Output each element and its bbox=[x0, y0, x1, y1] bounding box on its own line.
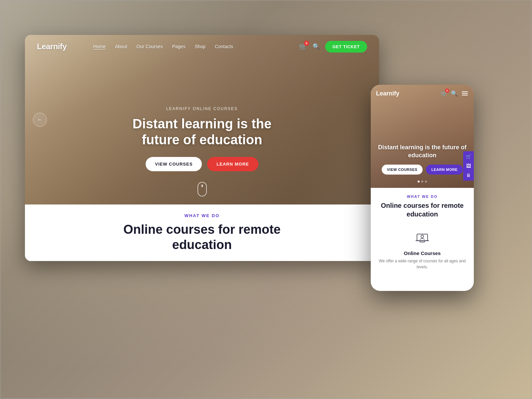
hamburger-line-3 bbox=[462, 95, 468, 95]
hamburger-line-1 bbox=[462, 91, 468, 92]
nav-link-contacts[interactable]: Contacts bbox=[215, 44, 233, 49]
svg-point-1 bbox=[421, 235, 424, 238]
nav-links: Home About Our Courses Pages Shop Contac… bbox=[93, 44, 299, 49]
nav-link-home[interactable]: Home bbox=[93, 44, 105, 49]
side-monitor-icon[interactable]: 🖥 bbox=[466, 173, 471, 178]
nav-actions: 🛒 0 🔍 GET TICKET bbox=[299, 41, 367, 53]
slide-dot-2[interactable] bbox=[421, 181, 423, 183]
mobile-cart-badge: 0 bbox=[445, 88, 449, 93]
nav-cart-wrapper[interactable]: 🛒 0 bbox=[299, 43, 307, 51]
desktop-bottom-section: WHAT WE DO Online courses for remote edu… bbox=[25, 204, 379, 261]
mobile-navigation: Learnify 🛒 0 🔍 bbox=[371, 85, 474, 102]
nav-link-pages[interactable]: Pages bbox=[172, 44, 186, 49]
mobile-course-description: We offer a wide range of courses for all… bbox=[376, 258, 468, 270]
prev-slide-button[interactable]: ← bbox=[33, 113, 47, 127]
get-ticket-button[interactable]: GET TICKET bbox=[325, 41, 367, 53]
scroll-dot bbox=[201, 185, 203, 187]
mobile-learn-more-button[interactable]: LEARN MORE bbox=[426, 165, 463, 175]
hero-eyebrow: LEARNIFY ONLINE COURSES bbox=[119, 106, 285, 111]
slide-dot-1[interactable] bbox=[418, 181, 420, 183]
nav-link-about[interactable]: About bbox=[115, 44, 127, 49]
learn-more-button[interactable]: LEARN MORE bbox=[207, 157, 258, 171]
side-cart-icon[interactable]: 🛒 bbox=[466, 154, 471, 159]
mobile-hero-content: Distant learning is the future of educat… bbox=[376, 144, 468, 175]
nav-link-courses[interactable]: Our Courses bbox=[136, 44, 163, 49]
side-image-icon[interactable]: 🖼 bbox=[466, 163, 471, 169]
online-courses-icon bbox=[414, 230, 430, 246]
desktop-mockup: Learnify Home About Our Courses Pages Sh… bbox=[25, 35, 379, 261]
mobile-hero: Learnify 🛒 0 🔍 Distant learning is the f… bbox=[371, 85, 474, 188]
mobile-bottom-title: Online courses for remote education bbox=[376, 201, 468, 218]
mobile-mockup: Learnify 🛒 0 🔍 Distant learning is the f… bbox=[371, 85, 474, 291]
mobile-menu-button[interactable] bbox=[461, 91, 468, 96]
cart-badge: 0 bbox=[304, 41, 309, 46]
nav-logo: Learnify bbox=[37, 42, 66, 51]
mobile-logo: Learnify bbox=[376, 90, 441, 97]
course-icon-wrapper bbox=[413, 229, 431, 247]
search-icon[interactable]: 🔍 bbox=[313, 43, 320, 50]
desktop-navigation: Learnify Home About Our Courses Pages Sh… bbox=[25, 35, 379, 58]
nav-link-shop[interactable]: Shop bbox=[195, 44, 205, 49]
title-line-1: Online courses for remote bbox=[123, 222, 281, 236]
view-courses-button[interactable]: VIEW COURSES bbox=[146, 157, 202, 171]
scroll-indicator bbox=[198, 182, 207, 197]
mobile-course-title: Online Courses bbox=[404, 250, 441, 256]
arrow-left-icon: ← bbox=[37, 117, 43, 123]
mobile-what-label: WHAT WE DO bbox=[376, 195, 468, 199]
mobile-slide-dots bbox=[418, 181, 427, 183]
scroll-circle bbox=[198, 182, 207, 197]
mobile-side-panel: 🛒 🖼 🖥 bbox=[463, 151, 474, 181]
hamburger-line-2 bbox=[462, 93, 468, 94]
desktop-hero: Learnify Home About Our Courses Pages Sh… bbox=[25, 35, 379, 204]
mobile-hero-title: Distant learning is the future of educat… bbox=[376, 144, 468, 159]
hero-buttons: VIEW COURSES LEARN MORE bbox=[119, 157, 285, 171]
mobile-hero-buttons: VIEW COURSES LEARN MORE bbox=[376, 165, 468, 175]
slide-dot-3[interactable] bbox=[425, 181, 427, 183]
mobile-bottom-section: WHAT WE DO Online courses for remote edu… bbox=[371, 188, 474, 281]
mobile-course-item: Online Courses We offer a wide range of … bbox=[376, 225, 468, 274]
mobile-nav-icons: 🛒 0 🔍 bbox=[441, 90, 468, 97]
online-courses-title: Online courses for remote education bbox=[123, 222, 281, 252]
hero-title: Distant learning is the future of educat… bbox=[119, 116, 285, 148]
mobile-cart-wrapper[interactable]: 🛒 0 bbox=[441, 90, 448, 97]
what-we-do-label: WHAT WE DO bbox=[185, 213, 220, 218]
mobile-search-icon[interactable]: 🔍 bbox=[451, 90, 458, 97]
title-line-2: education bbox=[172, 238, 232, 252]
hero-content: LEARNIFY ONLINE COURSES Distant learning… bbox=[119, 106, 285, 171]
mobile-view-courses-button[interactable]: VIEW COURSES bbox=[382, 165, 423, 175]
